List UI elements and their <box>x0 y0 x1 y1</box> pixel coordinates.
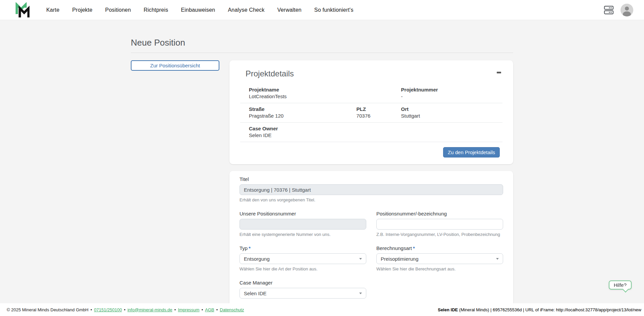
mineral-minds-logo-icon <box>15 2 30 18</box>
titel-label: Titel <box>239 176 503 182</box>
footer-link-datenschutz[interactable]: Datenschutz <box>220 307 244 312</box>
user-avatar[interactable] <box>621 4 633 16</box>
projektnummer-value: - <box>401 93 498 99</box>
server-icon[interactable] <box>604 5 614 15</box>
case-owner-label: Case Owner <box>249 126 498 131</box>
footer-session-info: Selen IDE (Mineral Minds) | 69576255536d… <box>438 307 641 312</box>
titel-input <box>239 184 503 195</box>
case-manager-select-value: Selen IDE <box>244 291 267 296</box>
footer-copyright: © 2025 Mineral Minds Deutschland GmbH <box>7 307 89 312</box>
titel-help: Erhält den von uns vorgegebenen Titel. <box>239 197 503 202</box>
app-logo[interactable] <box>15 2 30 18</box>
berechnungsart-select[interactable]: Preisoptimierung <box>376 253 503 264</box>
footer-link-phone[interactable]: 07151/250100 <box>94 307 122 312</box>
required-asterisk: * <box>249 245 251 251</box>
berechnungsart-select-value: Preisoptimierung <box>381 256 419 262</box>
footer-separator: • <box>124 307 125 312</box>
nav-item-richtpreis[interactable]: Richtpreis <box>144 7 168 13</box>
collapse-card-button[interactable] <box>495 69 502 76</box>
strasse-label: Straße <box>249 106 344 112</box>
table-row: Projektname LotCreationTests Projektnumm… <box>240 84 502 103</box>
nav-right <box>604 4 644 16</box>
berechnungsart-label: Berechnungsart* <box>376 245 503 251</box>
title-divider <box>131 53 513 53</box>
nav-item-positionen[interactable]: Positionen <box>105 7 131 13</box>
unsere-positionsnummer-label: Unsere Positionsnummer <box>239 211 366 216</box>
ort-label: Ort <box>401 106 498 112</box>
ort-value: Stuttgart <box>401 113 498 119</box>
project-card-title: Projektdetails <box>246 69 294 78</box>
nav-item-karte[interactable]: Karte <box>46 7 59 13</box>
plz-value: 70376 <box>357 113 388 119</box>
page-title: Neue Position <box>131 38 513 48</box>
typ-select[interactable]: Entsorgung <box>239 253 366 264</box>
back-to-positions-button[interactable]: Zur Positionsübersicht <box>131 60 219 71</box>
footer-separator: • <box>174 307 176 312</box>
projektname-value: LotCreationTests <box>249 93 388 99</box>
nav-item-verwalten[interactable]: Verwalten <box>277 7 302 13</box>
footer: © 2025 Mineral Minds Deutschland GmbH • … <box>0 303 644 316</box>
top-nav: Karte Projekte Positionen Richtpreis Ein… <box>0 0 644 20</box>
case-manager-label: Case Manager <box>239 280 366 286</box>
footer-left: © 2025 Mineral Minds Deutschland GmbH • … <box>7 307 244 312</box>
typ-select-value: Entsorgung <box>244 256 270 262</box>
project-details-card: Projektdetails Projektname LotCreationTe… <box>229 60 513 164</box>
positionsnummer-help: Z.B. Interne-Vorgangsnummer, LV-Position… <box>376 232 503 237</box>
nav-item-einbauweisen[interactable]: Einbauweisen <box>181 7 215 13</box>
main-nav: Karte Projekte Positionen Richtpreis Ein… <box>46 7 354 13</box>
strasse-value: Pragstraße 120 <box>249 113 344 119</box>
positionsnummer-input[interactable] <box>376 219 503 230</box>
unsere-positionsnummer-input <box>239 219 366 230</box>
to-project-details-button[interactable]: Zu den Projektdetails <box>443 147 500 157</box>
typ-help: Wählen Sie hier die Art der Position aus… <box>239 266 366 271</box>
case-owner-value: Selen IDE <box>249 132 498 138</box>
nav-item-so-funktionierts[interactable]: So funktioniert's <box>314 7 354 13</box>
footer-link-impressum[interactable]: Impressum <box>178 307 199 312</box>
footer-separator: • <box>202 307 203 312</box>
typ-label: Typ* <box>239 245 366 251</box>
table-row: Case Owner Selen IDE <box>240 122 502 142</box>
minus-icon <box>497 72 501 73</box>
footer-session-user: Selen IDE <box>438 307 458 312</box>
footer-separator: • <box>216 307 218 312</box>
help-button-label: Hilfe? <box>614 282 627 288</box>
footer-separator: • <box>91 307 92 312</box>
table-row: Straße Pragstraße 120 PLZ 70376 Ort Stut… <box>240 103 502 122</box>
footer-link-agb[interactable]: AGB <box>205 307 214 312</box>
projektnummer-label: Projektnummer <box>401 87 498 92</box>
position-form-card: Titel Erhält den von uns vorgegebenen Ti… <box>229 171 513 316</box>
project-detail-table: Projektname LotCreationTests Projektnumm… <box>240 84 502 142</box>
main-content: Neue Position Zur Positionsübersicht Pro… <box>0 20 644 316</box>
berechnungsart-help: Wählen Sie hier die Berechnungsart aus. <box>376 266 503 271</box>
nav-item-analyse-check[interactable]: Analyse Check <box>228 7 264 13</box>
projektname-label: Projektname <box>249 87 388 92</box>
case-manager-select[interactable]: Selen IDE <box>239 288 366 299</box>
footer-session-details: (Mineral Minds) | 69576255536d | URL of … <box>458 307 641 312</box>
footer-link-email[interactable]: info@mineral-minds.de <box>127 307 172 312</box>
plz-label: PLZ <box>357 106 388 112</box>
help-button[interactable]: Hilfe? <box>609 280 632 290</box>
unsere-positionsnummer-help: Erhält eine systemgenerierte Nummer von … <box>239 232 366 237</box>
nav-item-projekte[interactable]: Projekte <box>72 7 92 13</box>
required-asterisk: * <box>413 245 415 251</box>
positionsnummer-label: Positionsnummer/-bezeichnung <box>376 211 503 216</box>
